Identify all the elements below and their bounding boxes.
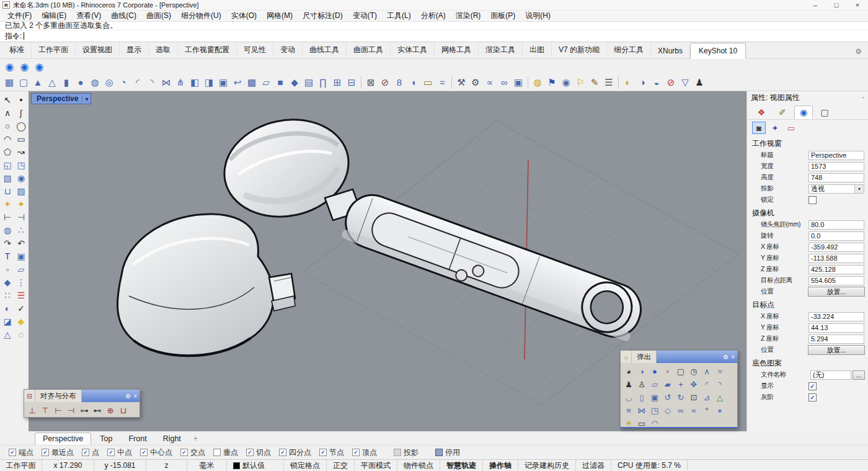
tab-standard[interactable]: 标准 <box>2 42 32 58</box>
tool-fillet-arc-2-icon[interactable]: ◝ <box>145 76 159 89</box>
camera-y[interactable]: -113.588 <box>808 254 864 263</box>
minimize-button[interactable]: – <box>805 0 826 11</box>
tab-viewport-layout[interactable]: 工作视窗配置 <box>178 42 237 58</box>
side-explode-icon[interactable]: ✶ <box>1 197 14 210</box>
osnap-point[interactable]: ✓点 <box>82 447 99 458</box>
tool-ribbon-curve-icon[interactable]: ≈ <box>435 76 449 89</box>
lens-length[interactable]: 80.0 <box>808 220 864 230</box>
tool-pillow-surface-icon[interactable]: ▢ <box>17 76 30 89</box>
tool-flow-bend-icon[interactable]: ↩ <box>231 76 244 89</box>
tool-render-list-icon[interactable]: ☰ <box>602 76 616 89</box>
target-distance[interactable]: 554.605 <box>808 276 864 285</box>
tab-surface-tools[interactable]: 曲面工具 <box>347 42 391 58</box>
camera-z[interactable]: 425.128 <box>808 265 864 274</box>
side-boolean-split-icon[interactable]: ✦ <box>14 197 28 210</box>
popup-plane-diamond-icon[interactable]: ◇ <box>662 404 674 416</box>
popup-gear-icon[interactable]: ⚙ <box>723 354 728 361</box>
tool-sun-sphere-icon[interactable]: ◐ <box>621 76 635 89</box>
popup-panel-title[interactable]: 弹出 <box>632 351 657 363</box>
side-circle-icon[interactable]: ○ <box>1 119 14 132</box>
tool-eraser-icon[interactable]: ▱ <box>259 76 273 89</box>
side-ellipse-icon[interactable]: ◯ <box>14 119 28 132</box>
align-top-icon[interactable]: ⊤ <box>39 404 51 416</box>
tool-weld-mesh-icon[interactable]: 8 <box>392 76 406 89</box>
tool-cylinder-icon[interactable]: ▮ <box>60 76 73 89</box>
side-trim-icon[interactable]: ⊢ <box>1 210 14 223</box>
tool-mesh-plane-icon[interactable]: ⊞ <box>330 76 344 89</box>
osnap-center[interactable]: ✓中心点 <box>140 447 172 458</box>
tab-keyshot-10[interactable]: KeyShot 10 <box>690 43 746 59</box>
menu-analyze[interactable]: 分析(A) <box>416 11 451 21</box>
tool-cage-points-icon[interactable]: ▦ <box>2 76 16 89</box>
side-rectangle-icon[interactable]: ▭ <box>14 132 28 145</box>
frame-tool-icon[interactable]: ▭ <box>784 122 798 134</box>
panel-tab-material-icon[interactable]: ✐ <box>773 105 792 119</box>
camera-tool-icon[interactable]: ◙ <box>752 122 766 134</box>
tool-sweep-1-icon[interactable]: ◧ <box>188 76 202 89</box>
tool-sphere-icon[interactable]: ● <box>74 76 87 89</box>
tool-cone-icon[interactable]: ▲ <box>31 76 45 89</box>
side-single-point-icon[interactable]: • <box>14 93 28 106</box>
tool-truncated-cone-icon[interactable]: △ <box>45 76 59 89</box>
side-adjust-curve-icon[interactable]: ↶ <box>14 236 28 249</box>
tool-bridge-mesh-icon[interactable]: ∏ <box>316 76 330 89</box>
popup-arc-1-2-icon[interactable]: ◜ <box>701 378 713 390</box>
side-arc-icon[interactable]: ◠ <box>1 132 14 145</box>
osnap-intersection[interactable]: ✓交点 <box>180 447 205 458</box>
viewport-tab-right[interactable]: Right <box>156 433 188 445</box>
target-x[interactable]: -33.224 <box>808 312 864 321</box>
status-layer[interactable]: 默认值 <box>227 460 284 471</box>
tool-cage-box-icon[interactable]: ▣ <box>216 76 230 89</box>
osnap-project[interactable]: 投影 <box>394 447 418 458</box>
popup-dial-icon[interactable]: ◷ <box>688 365 700 377</box>
popup-sphere-dark-icon[interactable]: ◕ <box>622 365 635 377</box>
popup-stack-planes-icon[interactable]: ≡ <box>622 404 635 416</box>
popup-cube-solid-icon[interactable]: ▣ <box>649 391 661 403</box>
side-text-icon[interactable]: T <box>1 249 14 262</box>
side-polygon-icon[interactable]: ⬠ <box>1 145 14 158</box>
popup-ball-blue-icon[interactable]: ● <box>714 404 726 416</box>
osnap-vertex[interactable]: ✓顶点 <box>352 447 377 458</box>
tool-shell-icon[interactable]: ◔ <box>117 76 130 89</box>
panel-tab-display-icon[interactable]: ▢ <box>815 105 834 119</box>
menu-file[interactable]: 文件(F) <box>2 11 37 21</box>
tool-bond-2-icon[interactable]: ∝ <box>483 76 497 89</box>
panel-tab-object-properties-icon[interactable]: ❖ <box>752 105 771 119</box>
side-gem-icon[interactable]: ◆ <box>14 315 28 328</box>
tool-bond-3-icon[interactable]: ∞ <box>497 76 511 89</box>
status-cplane[interactable]: 工作平面 <box>0 460 42 471</box>
popup-ramp-icon[interactable]: ⊿ <box>701 391 713 403</box>
popup-sphere-chain-icon[interactable]: ∝ <box>688 404 700 416</box>
viewport-label[interactable]: Perspective ▾ <box>31 93 91 104</box>
popup-polyline-points-icon[interactable]: ∧ <box>701 365 713 377</box>
menu-tools[interactable]: 工具(L) <box>382 11 416 21</box>
popup-flow-right-icon[interactable]: ↻ <box>675 391 687 403</box>
menu-panels[interactable]: 面板(P) <box>485 11 520 21</box>
tab-select[interactable]: 选取 <box>149 42 178 58</box>
close-button[interactable]: × <box>847 0 868 11</box>
camera-place[interactable]: 放置... <box>808 287 865 297</box>
wallpaper-file-input[interactable]: (无) <box>810 370 851 380</box>
panel-collapse-icon[interactable]: ◔ <box>861 94 864 101</box>
menu-dimension[interactable]: 尺寸标注(D) <box>298 11 348 21</box>
tab-curve-tools[interactable]: 曲线工具 <box>303 42 347 58</box>
side-sphere-solid-icon[interactable]: ◉ <box>14 171 28 184</box>
tool-branch-surface-icon[interactable]: ⋔ <box>174 76 187 89</box>
popup-scale-frame-icon[interactable]: ◳ <box>649 404 661 416</box>
tool-picture-frame-icon[interactable]: ▭ <box>421 76 435 89</box>
tab-new-in-v7[interactable]: V7 的新功能 <box>552 42 607 58</box>
popup-cross-plane-icon[interactable]: + <box>675 378 687 390</box>
tool-mesh-box-icon[interactable]: ⊟ <box>345 76 358 89</box>
distribute-vertical-icon[interactable]: ⊷ <box>91 404 104 416</box>
tool-reduce-mesh-icon[interactable]: ⊘ <box>378 76 392 89</box>
tool-mesh-repair-icon[interactable]: ⚒ <box>454 76 468 89</box>
target-z[interactable]: 5.294 <box>808 334 864 344</box>
menu-subd[interactable]: 细分物件(U) <box>176 11 226 21</box>
viewport-tab-perspective[interactable]: Perspective <box>35 433 91 445</box>
side-box-icon[interactable]: ▧ <box>1 171 14 184</box>
align-close-icon[interactable]: × <box>133 393 137 400</box>
camera-x[interactable]: -359.492 <box>808 243 864 252</box>
status-ortho[interactable]: 正交 <box>327 460 355 471</box>
tab-set-view[interactable]: 设置视图 <box>76 42 120 58</box>
tab-cplane[interactable]: 工作平面 <box>32 42 76 58</box>
